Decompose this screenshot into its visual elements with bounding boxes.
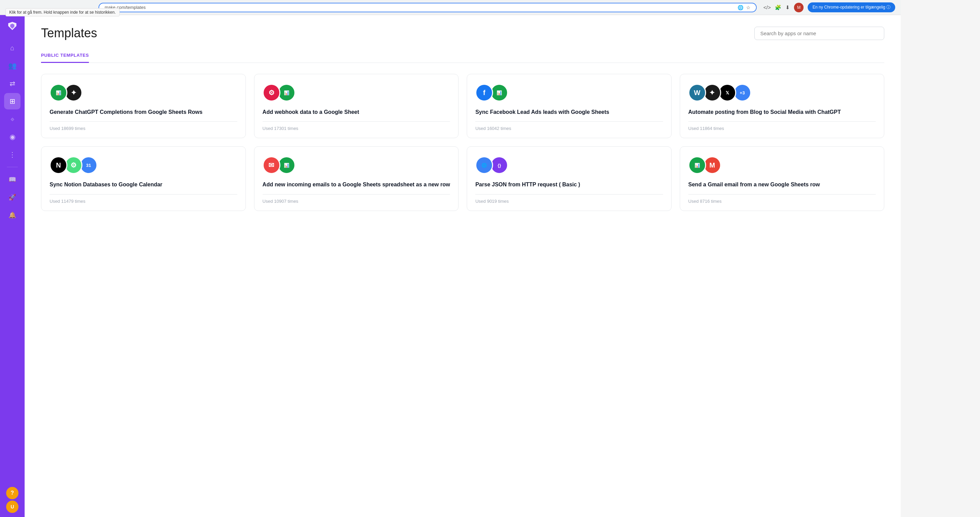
sidebar-item-connections[interactable]: ⟐ — [4, 111, 21, 127]
home-icon: ⌂ — [10, 44, 14, 52]
globe-icon: ◉ — [10, 133, 15, 141]
card-icons: ✉📊 — [262, 156, 450, 174]
tab-public-templates[interactable]: PUBLIC TEMPLATES — [41, 49, 89, 63]
template-card-notion-calendar[interactable]: N⚙31Sync Notion Databases to Google Cale… — [41, 146, 246, 211]
card-title: Add webhook data to a Google Sheet — [262, 108, 450, 116]
template-card-webhook-sheets[interactable]: ⚙📊Add webhook data to a Google SheetUsed… — [254, 74, 459, 138]
card-title: Generate ChatGPT Completions from Google… — [49, 108, 237, 116]
sidebar-item-users[interactable]: 👥 — [4, 57, 21, 74]
sidebar-item-notifications[interactable]: 🔔 — [4, 207, 21, 223]
user-avatar[interactable]: U — [6, 501, 19, 513]
translate-icon[interactable]: 🌐 — [738, 5, 743, 10]
card-usage: Used 17301 times — [262, 121, 450, 131]
template-card-chatgpt-sheets[interactable]: 📊✦Generate ChatGPT Completions from Goog… — [41, 74, 246, 138]
star-icon[interactable]: ☆ — [746, 5, 751, 10]
app-icon-sheets: 📊 — [688, 156, 706, 174]
template-card-gmail-sheets[interactable]: 📊MSend a Gmail email from a new Google S… — [680, 146, 885, 211]
chrome-update-button[interactable]: En ny Chrome-opdatering er tilgængelig ⓘ — [808, 2, 895, 12]
search-input[interactable] — [754, 27, 884, 40]
card-usage: Used 16042 times — [475, 121, 663, 131]
card-title: Parse JSON from HTTP request ( Basic ) — [475, 181, 663, 188]
card-icons: 📊M — [688, 156, 876, 174]
sidebar-item-templates[interactable]: ⊞ — [4, 93, 21, 110]
sidebar-divider-1 — [7, 167, 18, 167]
tabs-bar: PUBLIC TEMPLATES — [41, 49, 884, 63]
card-usage: Used 9019 times — [475, 194, 663, 204]
url-bar[interactable]: make.com/templates 🌐 ☆ — [99, 3, 757, 12]
card-usage: Used 8716 times — [688, 194, 876, 204]
card-icons: 📊✦ — [49, 84, 237, 102]
template-card-facebook-sheets[interactable]: f📊Sync Facebook Lead Ads leads with Goog… — [467, 74, 671, 138]
sidebar-item-globe[interactable]: ◉ — [4, 129, 21, 145]
card-icons: f📊 — [475, 84, 663, 102]
main-content: Templates PUBLIC TEMPLATES 📊✦Generate Ch… — [25, 15, 900, 517]
template-card-json-http[interactable]: 🌐{}Parse JSON from HTTP request ( Basic … — [467, 146, 671, 211]
card-usage: Used 11479 times — [49, 194, 237, 204]
template-card-blog-social[interactable]: W✦𝕏+3Automate posting from Blog to Socia… — [680, 74, 885, 138]
help-button[interactable]: ? — [6, 487, 19, 499]
app-icon-globe: 🌐 — [475, 156, 493, 174]
sidebar-item-docs[interactable]: 📖 — [4, 171, 21, 188]
header-top: Templates — [41, 26, 884, 40]
card-icons: ⚙📊 — [262, 84, 450, 102]
card-usage: Used 18699 times — [49, 121, 237, 131]
rocket-icon: 🚀 — [8, 194, 16, 201]
page-header: Templates PUBLIC TEMPLATES — [25, 15, 900, 63]
app-logo[interactable] — [5, 19, 19, 33]
template-card-email-sheets[interactable]: ✉📊Add new incoming emails to a Google Sh… — [254, 146, 459, 211]
card-title: Sync Facebook Lead Ads leads with Google… — [475, 108, 663, 116]
users-icon: 👥 — [8, 62, 17, 70]
book-icon: 📖 — [8, 176, 16, 183]
share-icon: ⇄ — [10, 80, 15, 87]
sidebar-item-rocket[interactable]: 🚀 — [4, 189, 21, 205]
app-icon-facebook: f — [475, 84, 493, 102]
templates-icon: ⊞ — [10, 97, 15, 105]
browser-bar: Klik for at gå frem. Hold knappen inde f… — [0, 0, 900, 15]
download-icon[interactable]: ⬇ — [786, 5, 790, 11]
card-usage: Used 11864 times — [688, 121, 876, 131]
card-icons: W✦𝕏+3 — [688, 84, 876, 102]
sidebar-item-home[interactable]: ⌂ — [4, 40, 21, 56]
extensions-icon[interactable]: 🧩 — [775, 5, 781, 11]
code-icon[interactable]: </> — [764, 5, 771, 10]
app-icon-sheets: 📊 — [49, 84, 67, 102]
url-text: make.com/templates — [105, 5, 735, 10]
connections-icon: ⟐ — [11, 116, 14, 123]
sidebar-bottom: ? U — [6, 487, 19, 513]
page-title: Templates — [41, 26, 97, 40]
templates-grid: 📊✦Generate ChatGPT Completions from Goog… — [25, 63, 900, 222]
browser-actions: </> 🧩 ⬇ M En ny Chrome-opdatering er til… — [764, 2, 896, 12]
card-icons: N⚙31 — [49, 156, 237, 174]
card-icons: 🌐{} — [475, 156, 663, 174]
browser-tooltip: Klik for at gå frem. Hold knappen inde f… — [5, 8, 120, 16]
bell-icon: 🔔 — [8, 211, 16, 219]
app-icon-notion: N — [49, 156, 67, 174]
card-title: Send a Gmail email from a new Google She… — [688, 181, 876, 188]
card-usage: Used 10907 times — [262, 194, 450, 204]
card-title: Add new incoming emails to a Google Shee… — [262, 181, 450, 188]
app-icon-make: ⚙ — [262, 84, 280, 102]
card-title: Sync Notion Databases to Google Calendar — [49, 181, 237, 188]
sidebar: ⌂ 👥 ⇄ ⊞ ⟐ ◉ ⋮ 📖 — [0, 15, 25, 517]
card-title: Automate posting from Blog to Social Med… — [688, 108, 876, 116]
sidebar-item-more[interactable]: ⋮ — [4, 146, 21, 163]
more-icon: ⋮ — [9, 150, 16, 159]
profile-icon[interactable]: M — [794, 3, 803, 12]
app-icon-wordpress: W — [688, 84, 706, 102]
app-icon-email: ✉ — [262, 156, 280, 174]
sidebar-item-share[interactable]: ⇄ — [4, 75, 21, 92]
